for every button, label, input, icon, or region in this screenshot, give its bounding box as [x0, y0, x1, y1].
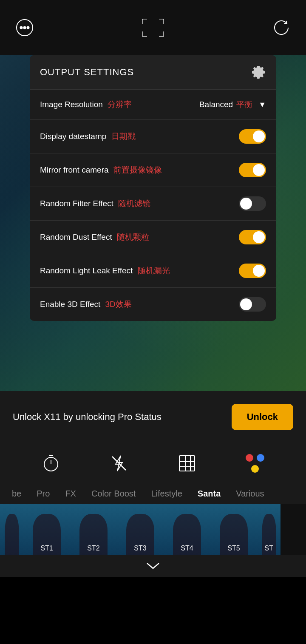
display-datestamp-row: Display datestamp 日期戳 — [30, 119, 276, 153]
random-light-leak-label: Random Light Leak Effect 随机漏光 — [40, 265, 239, 276]
image-resolution-label: Image Resolution 分辨率 — [40, 99, 199, 110]
mirror-front-camera-label: Mirror front camera 前置摄像镜像 — [40, 165, 239, 176]
svg-point-3 — [27, 27, 29, 29]
flash-off-icon[interactable] — [107, 451, 131, 475]
tab-fx[interactable]: FX — [57, 484, 84, 504]
image-resolution-row[interactable]: Image Resolution 分辨率 Balanced 平衡 ▼ — [30, 89, 276, 119]
unlock-banner: Unlock X11 by unlocking Pro Status Unloc… — [0, 391, 306, 443]
tab-be[interactable]: be — [4, 484, 29, 504]
resolution-value: Balanced — [199, 100, 233, 109]
output-settings-panel: OUTPUT SETTINGS Image Resolution 分辨率 Bal… — [30, 55, 276, 321]
toggle-knob — [253, 164, 265, 176]
filter-thumb-st-partial-label: ST — [257, 545, 280, 552]
random-dust-effect-row: Random Dust Effect 随机颗粒 — [30, 220, 276, 254]
filter-thumb-st2-label: ST2 — [70, 545, 117, 552]
unlock-text: Unlock X11 by unlocking Pro Status — [13, 411, 232, 423]
random-light-leak-row: Random Light Leak Effect 随机漏光 — [30, 254, 276, 287]
settings-gear-button[interactable] — [251, 64, 266, 81]
tool-icons-row — [0, 443, 306, 484]
toggle-knob — [240, 198, 252, 210]
svg-point-2 — [24, 27, 26, 29]
filter-thumb-st1-label: ST1 — [23, 545, 70, 552]
filter-thumbnails: ST1 ST2 ST3 ST4 ST5 — [0, 504, 306, 555]
toggle-knob — [253, 131, 265, 142]
resolution-zh-value: 平衡 — [236, 99, 252, 110]
bottom-area: Unlock X11 by unlocking Pro Status Unloc… — [0, 391, 306, 577]
refresh-button[interactable] — [269, 16, 293, 40]
filter-thumb-st4-label: ST4 — [164, 545, 210, 552]
tab-colorboost[interactable]: Color Boost — [84, 484, 144, 504]
filter-thumb-st1[interactable]: ST1 — [23, 504, 70, 555]
display-datestamp-label: Display datestamp 日期戳 — [40, 131, 239, 142]
random-dust-effect-toggle[interactable] — [239, 230, 266, 244]
random-filter-effect-label: Random Filter Effect 随机滤镜 — [40, 198, 239, 209]
tab-various[interactable]: Various — [228, 484, 272, 504]
settings-header: OUTPUT SETTINGS — [30, 55, 276, 89]
timer-icon[interactable] — [39, 451, 63, 475]
filter-tabs: be Pro FX Color Boost Lifestyle Santa Va… — [0, 484, 306, 504]
more-options-button[interactable] — [13, 16, 37, 40]
tab-santa[interactable]: Santa — [190, 484, 228, 504]
toggle-knob — [253, 231, 265, 243]
toggle-knob — [253, 265, 265, 277]
random-light-leak-toggle[interactable] — [239, 264, 266, 278]
color-wheel-icon[interactable] — [243, 451, 267, 475]
bottom-chevron-button[interactable] — [0, 555, 306, 577]
random-filter-effect-toggle[interactable] — [239, 196, 266, 211]
svg-rect-6 — [179, 456, 195, 471]
tab-lifestyle[interactable]: Lifestyle — [143, 484, 190, 504]
viewfinder-frame — [142, 19, 164, 37]
enable-3d-effect-toggle[interactable] — [239, 297, 266, 312]
color-dot-yellow — [251, 465, 259, 473]
toggle-knob — [240, 298, 252, 310]
random-filter-effect-row: Random Filter Effect 随机滤镜 — [30, 187, 276, 220]
filter-thumb-st5-label: ST5 — [210, 545, 257, 552]
filter-thumb-st4[interactable]: ST4 — [164, 504, 210, 555]
filter-thumb-partial-left[interactable] — [0, 504, 23, 555]
mirror-front-camera-toggle[interactable] — [239, 163, 266, 177]
mirror-front-camera-row: Mirror front camera 前置摄像镜像 — [30, 153, 276, 187]
resolution-dropdown-arrow[interactable]: ▼ — [258, 100, 266, 109]
filter-thumb-st5[interactable]: ST5 — [210, 504, 257, 555]
color-dot-blue — [257, 454, 264, 462]
color-dot-red — [246, 454, 253, 462]
filter-thumb-st3[interactable]: ST3 — [117, 504, 164, 555]
filter-thumb-st2[interactable]: ST2 — [70, 504, 117, 555]
filter-thumb-partial-right[interactable]: ST — [257, 504, 280, 555]
top-bar — [0, 0, 306, 55]
resolution-value-row[interactable]: Balanced 平衡 ▼ — [199, 99, 266, 110]
random-dust-effect-label: Random Dust Effect 随机颗粒 — [40, 232, 239, 243]
enable-3d-effect-row: Enable 3D Effect 3D效果 — [30, 287, 276, 321]
tab-pro[interactable]: Pro — [29, 484, 57, 504]
settings-title: OUTPUT SETTINGS — [40, 67, 134, 78]
display-datestamp-toggle[interactable] — [239, 129, 266, 144]
enable-3d-effect-label: Enable 3D Effect 3D效果 — [40, 299, 239, 310]
svg-point-1 — [20, 27, 23, 29]
filter-thumb-st3-label: ST3 — [117, 545, 164, 552]
unlock-button[interactable]: Unlock — [232, 404, 293, 430]
grid-icon[interactable] — [175, 451, 199, 475]
